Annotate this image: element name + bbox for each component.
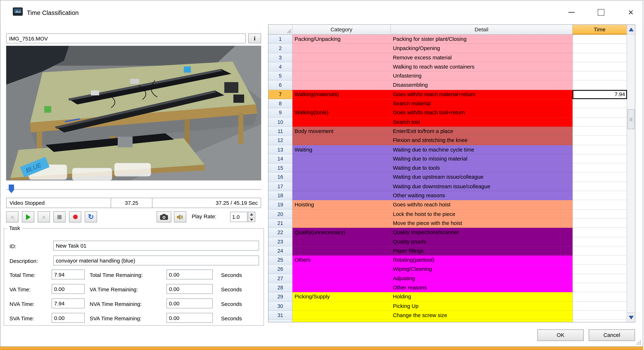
detail-cell[interactable]: Goes with/to reach tool+return (391, 108, 572, 117)
total-time-input[interactable] (52, 270, 85, 280)
detail-cell[interactable]: Flexion and stretching the knee (391, 136, 572, 145)
category-cell[interactable]: Others (292, 256, 391, 265)
play-rate-input[interactable] (230, 212, 248, 222)
time-cell[interactable] (572, 274, 627, 283)
row-number[interactable]: 27 (268, 274, 292, 283)
time-cell[interactable]: 7.94 (572, 90, 627, 99)
detail-cell[interactable]: Packing for sister plant/Closing (391, 35, 572, 44)
time-cell[interactable] (572, 311, 627, 320)
row-number[interactable]: 17 (268, 182, 292, 191)
row-number[interactable]: 2 (268, 44, 292, 53)
row-number[interactable]: 15 (268, 164, 292, 173)
detail-cell[interactable]: Disassembling (391, 81, 572, 90)
detail-cell[interactable]: Lock the hoist to the piece (391, 209, 572, 219)
category-cell[interactable] (292, 191, 391, 200)
nva-time-remaining-input[interactable] (166, 298, 213, 308)
category-cell[interactable]: Picking/Supply (292, 293, 391, 302)
row-number[interactable]: 19 (268, 200, 292, 209)
row-number[interactable]: 22 (268, 228, 292, 237)
detail-cell[interactable]: Other reasons (391, 283, 572, 293)
task-id-input[interactable] (53, 241, 259, 251)
category-cell[interactable]: Hoisting (292, 200, 391, 209)
detail-cell[interactable]: Wiping/Cleaning (391, 265, 572, 274)
time-cell[interactable] (572, 173, 627, 182)
category-cell[interactable] (292, 246, 391, 256)
category-cell[interactable] (292, 173, 391, 182)
row-number[interactable]: 21 (268, 219, 292, 228)
time-cell[interactable] (572, 302, 627, 311)
row-number[interactable]: 8 (268, 99, 292, 108)
category-cell[interactable] (292, 302, 391, 311)
time-cell[interactable] (572, 164, 627, 173)
category-cell[interactable] (292, 164, 391, 173)
time-cell[interactable] (572, 127, 627, 136)
row-number[interactable]: 20 (268, 209, 292, 219)
category-cell[interactable] (292, 237, 391, 246)
row-number[interactable]: 10 (268, 117, 292, 127)
sva-time-input[interactable] (52, 313, 85, 323)
category-cell[interactable] (292, 136, 391, 145)
row-number[interactable]: 13 (268, 145, 292, 154)
time-cell[interactable] (572, 246, 627, 256)
seek-thumb[interactable] (9, 184, 14, 193)
row-number[interactable]: 4 (268, 62, 292, 71)
total-time-remaining-input[interactable] (166, 270, 213, 280)
category-cell[interactable] (292, 71, 391, 81)
detail-column-header[interactable]: Detail (391, 25, 572, 35)
scroll-down-button[interactable] (627, 312, 635, 322)
stop-button[interactable] (53, 211, 66, 222)
row-number[interactable]: 9 (268, 108, 292, 117)
select-all-corner[interactable] (268, 25, 292, 35)
row-number[interactable]: 7 (268, 90, 292, 99)
detail-cell[interactable]: Paper fillings (391, 246, 572, 256)
time-cell[interactable] (572, 209, 627, 219)
category-cell[interactable] (292, 209, 391, 219)
detail-cell[interactable]: Other waiting reasons (391, 191, 572, 200)
category-cell[interactable] (292, 117, 391, 127)
time-cell[interactable] (572, 191, 627, 200)
row-number[interactable]: 29 (268, 293, 292, 302)
detail-cell[interactable]: Search material (391, 99, 572, 108)
detail-cell[interactable]: Change the screw size (391, 311, 572, 320)
spinner-up-button[interactable] (248, 212, 255, 217)
time-column-header[interactable]: Time (572, 25, 627, 35)
row-number[interactable]: 14 (268, 154, 292, 164)
time-cell[interactable] (572, 117, 627, 127)
time-cell[interactable] (572, 99, 627, 108)
record-button[interactable] (69, 211, 82, 222)
row-number[interactable]: 12 (268, 136, 292, 145)
row-number[interactable]: 11 (268, 127, 292, 136)
time-cell[interactable] (572, 182, 627, 191)
time-cell[interactable] (572, 53, 627, 62)
close-button[interactable]: ✕ (626, 7, 636, 18)
time-cell[interactable] (572, 237, 627, 246)
nva-time-input[interactable] (52, 298, 85, 308)
filename-input[interactable] (6, 33, 246, 43)
va-time-input[interactable] (52, 284, 85, 294)
row-number[interactable]: 5 (268, 71, 292, 81)
detail-cell[interactable]: Waiting due to machine cycle time (391, 145, 572, 154)
loop-button[interactable]: ↻ (85, 211, 97, 222)
category-cell[interactable]: Waiting (292, 145, 391, 154)
detail-cell[interactable]: Unfastening (391, 71, 572, 81)
category-column-header[interactable]: Category (292, 25, 391, 35)
row-number[interactable]: 24 (268, 246, 292, 256)
detail-cell[interactable]: Remove excess material (391, 53, 572, 62)
current-time-field[interactable]: 37.25 (111, 198, 152, 208)
maximize-button[interactable] (596, 7, 606, 18)
snapshot-button[interactable] (156, 211, 172, 222)
time-cell[interactable] (572, 219, 627, 228)
category-cell[interactable]: Packing/Unpacking (292, 35, 391, 44)
detail-cell[interactable]: Waiting due downstream issue/colleague (391, 182, 572, 191)
time-cell[interactable] (572, 44, 627, 53)
task-description-input[interactable] (53, 256, 259, 265)
category-cell[interactable] (292, 99, 391, 108)
detail-cell[interactable]: Goes with/to reach hoist (391, 200, 572, 209)
category-cell[interactable] (292, 154, 391, 164)
time-cell[interactable] (572, 228, 627, 237)
time-cell[interactable] (572, 35, 627, 44)
time-cell[interactable] (572, 136, 627, 145)
category-cell[interactable] (292, 62, 391, 71)
time-cell[interactable] (572, 145, 627, 154)
detail-cell[interactable]: Positioning (391, 320, 572, 322)
